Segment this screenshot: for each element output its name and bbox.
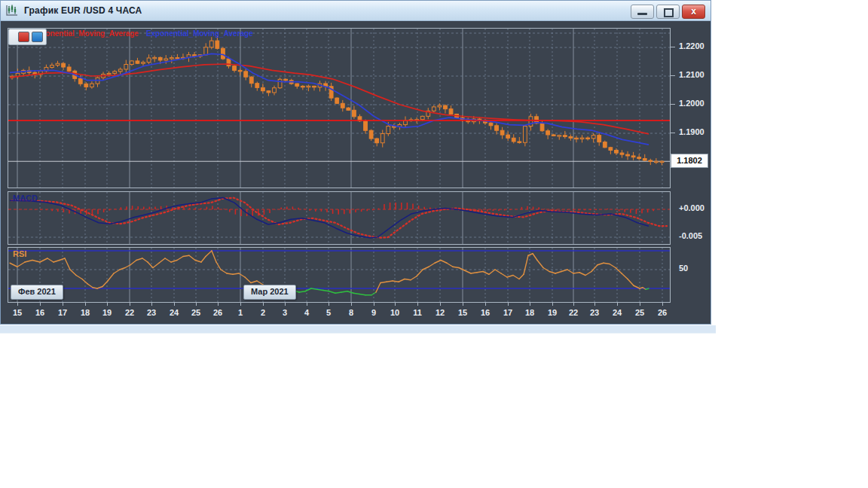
- candle-body: [227, 59, 231, 66]
- rsi-line-segment: [501, 273, 507, 277]
- rsi-line-segment: [387, 281, 393, 282]
- time-tick: [63, 303, 63, 306]
- price-axis[interactable]: 1.22001.21001.20001.1900+0.000-0.00550: [673, 22, 711, 324]
- rsi-line-segment: [585, 272, 591, 276]
- candle-body: [489, 123, 493, 126]
- time-tick-label: 5: [326, 308, 331, 317]
- rsi-line-segment: [376, 283, 381, 293]
- time-tick: [174, 303, 175, 306]
- time-axis[interactable]: 1516171819222324252612345891011121516171…: [1, 303, 671, 322]
- candle-body: [364, 121, 368, 131]
- rsi-line-segment: [212, 251, 216, 262]
- candle-body: [552, 135, 555, 136]
- time-tick-label: 18: [81, 308, 90, 317]
- app-background-strip: [0, 325, 716, 334]
- candle-body: [170, 58, 173, 59]
- time-tick-label: 16: [481, 308, 490, 317]
- candle-body: [438, 105, 442, 107]
- maximize-button[interactable]: [656, 5, 680, 19]
- price-plot[interactable]: [8, 29, 670, 188]
- time-tick: [329, 303, 329, 306]
- candle-body: [420, 116, 424, 119]
- rsi-line-segment: [245, 277, 251, 283]
- ema-red-label: Exponential_Moving_Average: [32, 29, 139, 40]
- minimize-button[interactable]: [631, 5, 654, 19]
- candle-body: [267, 91, 270, 93]
- time-tick-label: 25: [191, 308, 200, 317]
- rsi-line-segment: [537, 261, 543, 268]
- desktop: График EUR /USD 4 ЧАСА x Exponential_Mov…: [0, 0, 868, 488]
- candle-body: [569, 136, 573, 138]
- candle-body: [353, 110, 356, 117]
- close-button[interactable]: x: [682, 5, 705, 19]
- rsi-line-segment: [177, 257, 183, 261]
- time-tick-label: 22: [569, 308, 578, 317]
- candle-body: [654, 161, 658, 162]
- macd-signal-line: [11, 198, 667, 238]
- candle-body: [147, 58, 151, 63]
- candle-body: [512, 138, 515, 142]
- rsi-line-segment: [153, 263, 159, 267]
- candle-body: [615, 150, 619, 153]
- rsi-line-segment: [371, 292, 376, 295]
- candle-body: [209, 41, 213, 47]
- rsi-line-segment: [573, 273, 579, 273]
- price-tick: [671, 133, 675, 133]
- rsi-line-segment: [483, 272, 489, 275]
- rsi-line-segment: [567, 270, 573, 273]
- rsi-plot[interactable]: [8, 248, 670, 302]
- rsi-line-segment: [148, 262, 153, 268]
- rsi-line-segment: [533, 254, 537, 261]
- time-tick: [285, 303, 286, 306]
- macd-plot[interactable]: [8, 192, 670, 244]
- rsi-line-segment: [142, 258, 148, 262]
- candle-body: [540, 124, 544, 131]
- indicator-blue-button[interactable]: [32, 32, 43, 42]
- rsi-line-segment: [477, 272, 483, 273]
- rsi-line-segment: [76, 276, 82, 279]
- rsi-line-segment: [32, 261, 40, 263]
- time-tick: [218, 303, 219, 306]
- title-bar[interactable]: График EUR /USD 4 ЧАСА x: [1, 1, 711, 21]
- rsi-line-segment: [453, 267, 459, 267]
- time-tick-label: 18: [525, 308, 534, 317]
- rsi-line-segment: [206, 251, 212, 257]
- candle-body: [261, 87, 264, 90]
- candle-body: [164, 59, 168, 60]
- macd-panel[interactable]: [8, 191, 671, 245]
- chart-window[interactable]: График EUR /USD 4 ЧАСА x Exponential_Mov…: [0, 0, 711, 325]
- rsi-panel[interactable]: [8, 247, 671, 303]
- time-tick: [617, 303, 618, 306]
- candle-body: [176, 58, 179, 59]
- time-tick-label: 26: [658, 308, 667, 317]
- price-tick-label: 1.2100: [679, 70, 704, 79]
- indicator-buttons-panel: [8, 29, 47, 45]
- time-tick-label: 23: [590, 308, 599, 317]
- rsi-line-segment: [65, 258, 70, 270]
- time-tick-label: 17: [503, 308, 512, 317]
- candle-body: [136, 61, 139, 63]
- rsi-line-segment: [299, 291, 305, 292]
- current-price-badge: 1.1802: [671, 154, 708, 168]
- time-tick: [552, 303, 553, 306]
- candle-body: [295, 84, 299, 86]
- candle-body: [67, 67, 71, 71]
- time-tick-label: 9: [371, 308, 376, 317]
- candle-body: [404, 120, 408, 124]
- candle-body: [563, 136, 567, 137]
- price-tick-label: 1.2000: [679, 99, 704, 108]
- candle-body: [215, 41, 219, 48]
- indicator-red-button[interactable]: [18, 32, 29, 42]
- rsi-line-segment: [405, 279, 411, 280]
- price-tick: [671, 75, 675, 76]
- candle-body: [558, 136, 561, 136]
- time-tick: [151, 303, 152, 306]
- rsi-line-segment: [251, 281, 257, 283]
- time-tick: [351, 303, 352, 306]
- candle-body: [495, 126, 499, 130]
- rsi-line-segment: [471, 273, 477, 273]
- rsi-line-segment: [555, 272, 561, 274]
- price-chart-panel[interactable]: [8, 28, 671, 188]
- candle-body: [313, 86, 316, 87]
- time-tick: [440, 303, 441, 306]
